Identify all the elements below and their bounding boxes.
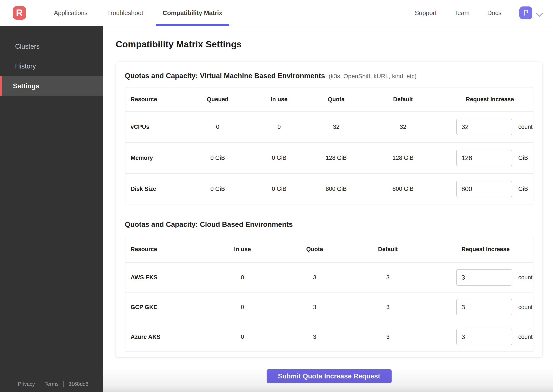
vm-quota-table: Resource Queued In use Quota Default Req…: [125, 87, 533, 204]
in-use-value: 0: [194, 274, 291, 281]
column-header-quota: Quota: [312, 96, 360, 103]
logo-letter: R: [16, 7, 23, 18]
page-title: Compatibility Matrix Settings: [116, 39, 542, 49]
column-header-in-use: In use: [246, 96, 312, 103]
vm-table-header-row: Resource Queued In use Quota Default Req…: [125, 87, 533, 111]
footer-separator: [63, 381, 64, 387]
sidebar-item-clusters[interactable]: Clusters: [0, 37, 103, 56]
nav-support-label: Support: [415, 9, 437, 17]
sidebar: Clusters History Settings Privacy Terms …: [0, 26, 103, 392]
tab-applications-label: Applications: [54, 9, 87, 17]
vcpus-request-input[interactable]: [456, 119, 512, 135]
quota-value: 3: [291, 304, 338, 311]
tab-troubleshoot[interactable]: Troubleshoot: [97, 0, 153, 26]
nav-team-label: Team: [454, 9, 470, 17]
submit-button-row: Submit Quota Increase Request: [116, 357, 542, 383]
request-increase-cell: count: [438, 299, 533, 315]
request-increase-cell: GiB: [446, 181, 533, 197]
replicated-logo[interactable]: R: [13, 6, 26, 20]
secondary-nav: Support Team Docs: [406, 0, 510, 26]
table-row-disk-size: Disk Size 0 GiB 0 GiB 800 GiB 800 GiB Gi…: [125, 173, 533, 204]
quota-value: 3: [291, 334, 338, 340]
gcp-gke-request-input[interactable]: [456, 299, 512, 315]
request-increase-cell: count: [446, 119, 533, 135]
active-tab-underline: [156, 24, 229, 26]
disk-size-request-input[interactable]: [456, 181, 512, 197]
column-header-queued: Queued: [190, 96, 246, 103]
terms-link[interactable]: Terms: [45, 381, 59, 387]
top-nav-bar: R Applications Troubleshoot Compatibilit…: [0, 0, 553, 26]
unit-label: GiB: [518, 186, 528, 192]
table-row-memory: Memory 0 GiB 0 GiB 128 GiB 128 GiB GiB: [125, 142, 533, 173]
resource-name: Memory: [125, 155, 190, 161]
resource-name: vCPUs: [125, 124, 190, 130]
body-row: Clusters History Settings Privacy Terms …: [0, 26, 553, 392]
sidebar-item-history[interactable]: History: [0, 56, 103, 76]
nav-team[interactable]: Team: [446, 0, 478, 26]
resource-name: AWS EKS: [125, 274, 194, 281]
cloud-section-heading-text: Quotas and Capacity: Cloud Based Environ…: [125, 220, 293, 228]
aws-eks-request-input[interactable]: [456, 269, 512, 286]
cloud-section-heading: Quotas and Capacity: Cloud Based Environ…: [125, 220, 533, 229]
vm-section-heading-note: (k3s, OpenShift, kURL, kind, etc): [327, 73, 417, 79]
sidebar-item-settings[interactable]: Settings: [0, 76, 103, 96]
sidebar-item-settings-label: Settings: [13, 82, 39, 90]
primary-nav: Applications Troubleshoot Compatibility …: [44, 0, 232, 26]
vm-section-heading-text: Quotas and Capacity: Virtual Machine Bas…: [125, 72, 325, 80]
column-header-resource: Resource: [125, 96, 190, 103]
column-header-default: Default: [338, 246, 438, 253]
build-version: 3168dd6: [68, 381, 88, 387]
column-header-in-use: In use: [194, 246, 291, 253]
quota-value: 32: [312, 124, 360, 130]
sidebar-nav: Clusters History Settings: [0, 26, 103, 96]
nav-support[interactable]: Support: [406, 0, 446, 26]
quota-value: 800 GiB: [312, 186, 360, 192]
table-row-azure-aks: Azure AKS 0 3 3 count: [125, 322, 533, 351]
resource-name: Azure AKS: [125, 334, 194, 340]
column-header-resource: Resource: [125, 246, 194, 253]
tab-troubleshoot-label: Troubleshoot: [107, 9, 143, 17]
tab-compatibility-matrix[interactable]: Compatibility Matrix: [153, 0, 232, 26]
nav-docs-label: Docs: [487, 9, 502, 17]
nav-docs[interactable]: Docs: [478, 0, 510, 26]
cloud-quota-table: Resource In use Quota Default Request In…: [125, 236, 533, 352]
sidebar-item-history-label: History: [15, 63, 36, 70]
in-use-value: 0: [194, 334, 291, 340]
azure-aks-request-input[interactable]: [456, 329, 512, 345]
column-header-request-increase: Request Increase: [438, 246, 533, 253]
privacy-link[interactable]: Privacy: [18, 381, 35, 387]
quota-value: 3: [291, 274, 338, 281]
quota-value: 128 GiB: [312, 155, 360, 161]
unit-label: count: [518, 124, 532, 130]
tab-applications[interactable]: Applications: [44, 0, 97, 26]
queued-value: 0 GiB: [190, 155, 246, 161]
cloud-table-header-row: Resource In use Quota Default Request In…: [125, 236, 533, 262]
in-use-value: 0 GiB: [246, 155, 312, 161]
chevron-down-icon[interactable]: [536, 9, 543, 17]
default-value: 3: [338, 334, 438, 340]
avatar[interactable]: P: [519, 7, 532, 19]
submit-quota-increase-button[interactable]: Submit Quota Increase Request: [267, 369, 392, 383]
queued-value: 0 GiB: [190, 186, 246, 192]
memory-request-input[interactable]: [456, 150, 512, 166]
unit-label: count: [518, 304, 532, 311]
table-row-gcp-gke: GCP GKE 0 3 3 count: [125, 292, 533, 322]
column-header-default: Default: [360, 96, 446, 103]
footer-separator: [40, 381, 40, 387]
sidebar-item-clusters-label: Clusters: [15, 43, 40, 50]
default-value: 800 GiB: [360, 186, 446, 192]
queued-value: 0: [190, 124, 246, 130]
default-value: 128 GiB: [360, 155, 446, 161]
in-use-value: 0: [194, 304, 291, 311]
unit-label: count: [518, 334, 532, 340]
default-value: 32: [360, 124, 446, 130]
default-value: 3: [338, 304, 438, 311]
request-increase-cell: count: [438, 329, 533, 345]
sidebar-footer: Privacy Terms 3168dd6: [18, 381, 88, 387]
column-header-quota: Quota: [291, 246, 338, 253]
unit-label: count: [518, 274, 532, 281]
avatar-initial: P: [523, 8, 528, 17]
vm-section-heading: Quotas and Capacity: Virtual Machine Bas…: [125, 72, 533, 80]
in-use-value: 0 GiB: [246, 186, 312, 192]
table-row-aws-eks: AWS EKS 0 3 3 count: [125, 262, 533, 292]
